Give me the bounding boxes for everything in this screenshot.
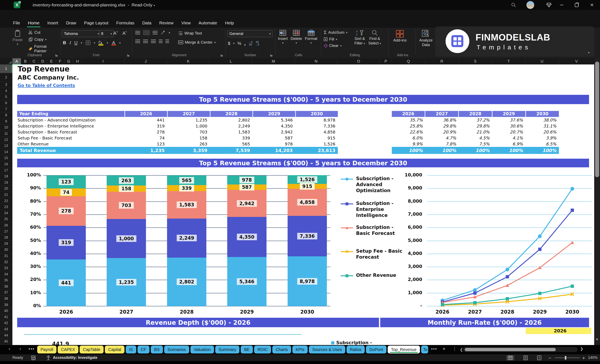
- vertical-scrollbar-thumb[interactable]: [595, 62, 599, 177]
- status-accessibility[interactable]: Accessibility: Investigate: [53, 355, 97, 360]
- column-header-J[interactable]: J: [124, 58, 167, 64]
- row-header-25[interactable]: 25: [0, 216, 12, 222]
- sheet-tab-capex[interactable]: CAPEX: [58, 346, 78, 354]
- row-header-45[interactable]: 45: [0, 339, 12, 345]
- row-header-43[interactable]: 43: [0, 326, 12, 333]
- row-header-32[interactable]: 32: [0, 259, 12, 265]
- column-header-M[interactable]: M: [252, 58, 295, 64]
- row-header-44[interactable]: 44: [0, 332, 12, 339]
- font-name-select[interactable]: Tahoma▾: [62, 30, 101, 37]
- sheet-tab-to[interactable]: To: [421, 346, 428, 354]
- decrease-decimal-button[interactable]: .00→0: [255, 41, 259, 46]
- increase-decimal-button[interactable]: ←0.00: [249, 41, 253, 46]
- column-header-D[interactable]: D: [38, 58, 47, 64]
- column-header-H[interactable]: H: [73, 58, 82, 64]
- row-header-31[interactable]: 31: [0, 253, 12, 259]
- align-top-icon[interactable]: [135, 31, 140, 34]
- search-icon[interactable]: [511, 2, 516, 8]
- row-header-40[interactable]: 40: [0, 308, 12, 314]
- sheet-tab-kpis[interactable]: KPIs: [292, 346, 308, 354]
- column-header-S[interactable]: S: [459, 58, 492, 64]
- row-header-34[interactable]: 34: [0, 271, 12, 277]
- horizontal-scrollbar-thumb[interactable]: [465, 348, 556, 351]
- row-header-24[interactable]: 24: [0, 210, 12, 216]
- scroll-left-icon[interactable]: ❮: [460, 347, 463, 352]
- row-header-10[interactable]: 10: [0, 125, 12, 131]
- read-only-badge[interactable]: Read-Only: [132, 2, 152, 7]
- zoom-slider[interactable]: [555, 358, 580, 358]
- number-format-select[interactable]: General▾: [227, 30, 272, 37]
- row-header-17[interactable]: 17: [0, 167, 12, 173]
- sheet-tab-capital[interactable]: Capital: [105, 346, 124, 354]
- insert-cells-button[interactable]: Insert▾: [278, 30, 288, 45]
- alignment-dialog-launcher[interactable]: [220, 54, 223, 57]
- row-header-37[interactable]: 37: [0, 290, 12, 296]
- column-header-L[interactable]: L: [210, 58, 252, 64]
- fill-color-button[interactable]: [98, 40, 103, 46]
- wrap-text-button[interactable]: Wrap Text: [178, 31, 202, 36]
- row-header-2[interactable]: 2: [0, 73, 12, 82]
- macro-record-icon[interactable]: [31, 355, 36, 360]
- italic-button[interactable]: I: [69, 40, 71, 46]
- column-header-O[interactable]: O: [338, 58, 380, 64]
- row-header-8[interactable]: 8: [0, 112, 12, 118]
- sheet-tab-is[interactable]: IS: [126, 346, 136, 354]
- sheet-tab-scenarios[interactable]: Scenarios: [164, 346, 189, 354]
- zoom-in-icon[interactable]: +: [582, 355, 585, 361]
- close-button[interactable]: ×: [588, 2, 595, 8]
- orientation-button[interactable]: [160, 30, 166, 35]
- row-header-15[interactable]: 15: [0, 155, 12, 161]
- align-left-icon[interactable]: [135, 40, 140, 43]
- column-header-N[interactable]: N: [295, 58, 338, 64]
- normal-view-icon[interactable]: [506, 355, 514, 361]
- align-right-icon[interactable]: [151, 40, 156, 43]
- sheet-tab-dupont[interactable]: DuPont: [366, 346, 386, 354]
- column-header-G[interactable]: G: [65, 58, 73, 64]
- runrate-year-cell[interactable]: 2026: [526, 328, 591, 334]
- premium-diamond-icon[interactable]: [546, 2, 552, 8]
- menu-tab-insert[interactable]: Insert: [43, 18, 62, 28]
- chevron-down-icon[interactable]: ▾: [154, 4, 155, 7]
- row-header-21[interactable]: 21: [0, 192, 12, 198]
- scroll-down-icon[interactable]: ▼: [595, 337, 599, 341]
- row-header-38[interactable]: 38: [0, 296, 12, 302]
- borders-button[interactable]: [86, 40, 91, 45]
- clear-button[interactable]: Clear▾: [324, 43, 347, 48]
- row-header-35[interactable]: 35: [0, 277, 12, 284]
- row-header-19[interactable]: 19: [0, 180, 12, 186]
- merge-center-button[interactable]: Merge & Center▾: [178, 40, 216, 45]
- row-header-22[interactable]: 22: [0, 198, 12, 204]
- sheet-tab-valuation[interactable]: Valuation: [190, 346, 214, 354]
- increase-font-button[interactable]: A˄: [113, 31, 118, 36]
- row-header-3[interactable]: 3: [0, 82, 12, 88]
- zoom-out-icon[interactable]: −: [548, 355, 551, 361]
- row-header-23[interactable]: 23: [0, 204, 12, 210]
- row-header-7[interactable]: 7: [0, 106, 12, 112]
- row-header-42[interactable]: 42: [0, 320, 12, 326]
- paste-button[interactable]: Paste▾: [10, 30, 25, 46]
- currency-format-button[interactable]: $: [228, 41, 230, 46]
- align-middle-icon[interactable]: [143, 30, 150, 35]
- menu-tab-formulas[interactable]: Formulas: [112, 18, 138, 28]
- row-header-28[interactable]: 28: [0, 235, 12, 241]
- sheet-tab-ratios[interactable]: Ratios: [347, 346, 365, 354]
- sheet-tab-payroll[interactable]: Payroll: [37, 346, 56, 354]
- number-dialog-launcher[interactable]: [270, 54, 273, 57]
- menu-tab-home[interactable]: Home: [24, 18, 43, 28]
- tab-options-icon[interactable]: ⋮: [452, 346, 457, 352]
- fill-button[interactable]: Fill▾: [324, 37, 347, 42]
- row-header-36[interactable]: 36: [0, 284, 12, 290]
- row-header-27[interactable]: 27: [0, 228, 12, 235]
- cut-button[interactable]: Cut: [28, 30, 59, 35]
- collapse-ribbon-icon[interactable]: ▾: [588, 51, 590, 55]
- autosum-button[interactable]: ΣAutoSum▾: [324, 30, 347, 35]
- scroll-right-icon[interactable]: ❯: [580, 347, 583, 351]
- sheet-tab-captable[interactable]: CapTable: [80, 346, 104, 354]
- tabs-prev-icon[interactable]: ‹: [9, 346, 10, 352]
- row-header-39[interactable]: 39: [0, 302, 12, 308]
- font-size-select[interactable]: 8▾: [99, 30, 114, 37]
- page-layout-view-icon[interactable]: [521, 355, 530, 361]
- row-header-9[interactable]: 9: [0, 118, 12, 125]
- menu-tab-help[interactable]: Help: [221, 18, 238, 28]
- row-header-11[interactable]: 11: [0, 131, 12, 137]
